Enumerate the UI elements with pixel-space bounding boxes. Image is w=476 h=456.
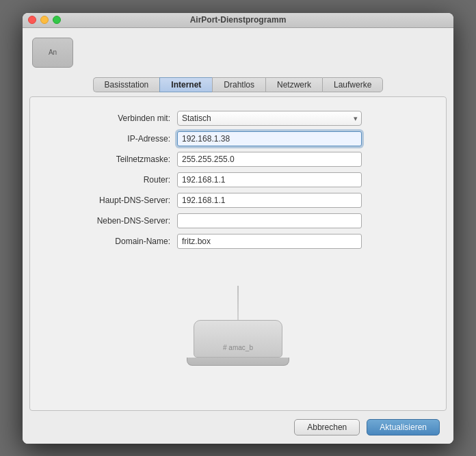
- ip-label: IP-Adresse:: [51, 134, 170, 144]
- router-input[interactable]: [177, 172, 362, 187]
- router-row: Router:: [51, 172, 425, 187]
- neben-dns-input[interactable]: [177, 213, 362, 228]
- verbinden-control: Statisch DHCP PPPoE L2TP PPTP: [177, 111, 362, 126]
- close-button[interactable]: [28, 16, 36, 24]
- minimize-button[interactable]: [40, 16, 49, 24]
- cancel-button[interactable]: Abbrechen: [294, 419, 360, 435]
- router-body: # amac_b: [194, 320, 282, 358]
- ip-row: IP-Adresse:: [51, 131, 425, 146]
- router-illustration: # amac_b: [51, 256, 425, 397]
- tab-drahtlos[interactable]: Drahtlos: [212, 77, 265, 92]
- domain-control: [177, 234, 362, 249]
- ip-input[interactable]: [177, 131, 362, 146]
- tab-bar: Basisstation Internet Drahtlos Netzwerk …: [29, 73, 447, 96]
- tab-internet[interactable]: Internet: [159, 77, 212, 92]
- neben-dns-label: Neben-DNS-Server:: [51, 216, 170, 226]
- router-wire: [237, 286, 239, 320]
- main-panel: Verbinden mit: Statisch DHCP PPPoE L2TP …: [29, 96, 447, 411]
- titlebar: AirPort-Dienstprogramm: [23, 13, 453, 28]
- update-button[interactable]: Aktualisieren: [367, 419, 440, 435]
- router-label: Router:: [51, 175, 170, 185]
- toolbar: An: [29, 35, 447, 73]
- neben-dns-control: [177, 213, 362, 228]
- bottom-bar: Abbrechen Aktualisieren: [29, 411, 447, 444]
- haupt-dns-row: Haupt-DNS-Server:: [51, 193, 425, 208]
- teilnetz-control: [177, 152, 362, 167]
- tab-basisstation[interactable]: Basisstation: [93, 77, 160, 92]
- haupt-dns-control: [177, 193, 362, 208]
- haupt-dns-label: Haupt-DNS-Server:: [51, 196, 170, 205]
- domain-input[interactable]: [177, 234, 362, 249]
- domain-label: Domain-Name:: [51, 237, 170, 246]
- window-title: AirPort-Dienstprogramm: [190, 15, 287, 25]
- router-base: [187, 358, 289, 366]
- main-window: AirPort-Dienstprogramm An Basisstation I…: [23, 13, 453, 444]
- teilnetz-label: Teilnetzmaske:: [51, 155, 170, 164]
- traffic-lights: [28, 16, 61, 24]
- tab-netzwerk[interactable]: Netzwerk: [265, 77, 322, 92]
- router-control: [177, 172, 362, 187]
- window-content: An Basisstation Internet Drahtlos Netzwe…: [23, 28, 453, 444]
- form-section: Verbinden mit: Statisch DHCP PPPoE L2TP …: [51, 111, 425, 249]
- domain-row: Domain-Name:: [51, 234, 425, 249]
- neben-dns-row: Neben-DNS-Server:: [51, 213, 425, 228]
- verbinden-row: Verbinden mit: Statisch DHCP PPPoE L2TP …: [51, 111, 425, 126]
- toolbar-device-icon: An: [32, 38, 73, 68]
- verbinden-select[interactable]: Statisch DHCP PPPoE L2TP PPTP: [177, 111, 362, 126]
- teilnetz-row: Teilnetzmaske:: [51, 152, 425, 167]
- router-illustration-label: # amac_b: [223, 344, 253, 351]
- haupt-dns-input[interactable]: [177, 193, 362, 208]
- verbinden-select-wrapper[interactable]: Statisch DHCP PPPoE L2TP PPTP: [177, 111, 362, 126]
- teilnetz-input[interactable]: [177, 152, 362, 167]
- tab-laufwerke[interactable]: Laufwerke: [322, 77, 383, 92]
- ip-control: [177, 131, 362, 146]
- verbinden-label: Verbinden mit:: [51, 113, 170, 123]
- maximize-button[interactable]: [53, 16, 61, 24]
- toolbar-placeholder-label: An: [49, 49, 57, 56]
